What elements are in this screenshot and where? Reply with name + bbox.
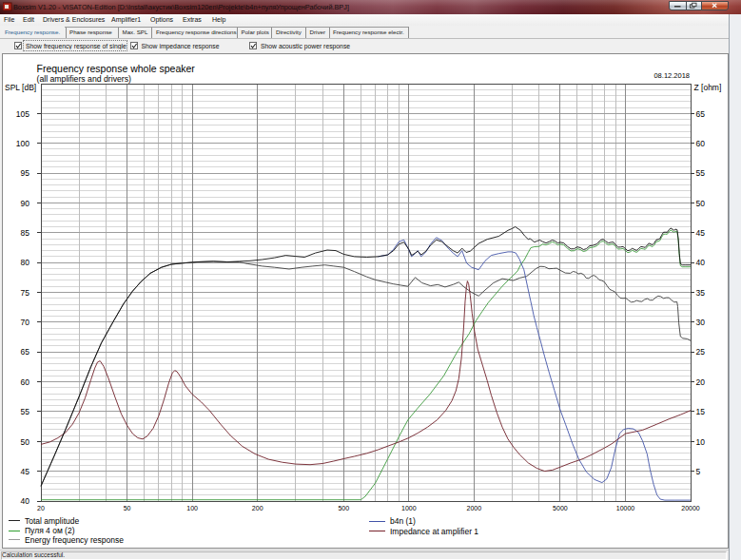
svg-text:20: 20: [696, 377, 706, 387]
svg-text:15: 15: [696, 407, 706, 416]
svg-text:95: 95: [21, 168, 30, 178]
svg-text:5: 5: [696, 467, 701, 476]
svg-text:Energy frequency response: Energy frequency response: [25, 535, 124, 545]
svg-text:45: 45: [21, 467, 30, 476]
svg-text:20: 20: [37, 505, 45, 512]
svg-text:80: 80: [21, 258, 30, 267]
svg-text:10: 10: [696, 437, 706, 447]
svg-text:65: 65: [696, 109, 706, 119]
svg-text:30: 30: [696, 318, 706, 327]
svg-text:105: 105: [16, 109, 29, 119]
svg-text:50: 50: [124, 505, 131, 512]
svg-text:40: 40: [696, 258, 706, 267]
svg-text:(all amplifiers and drivers): (all amplifiers and drivers): [37, 74, 132, 84]
svg-text:200: 200: [252, 505, 263, 512]
svg-text:35: 35: [696, 288, 706, 298]
svg-text:b4n (1): b4n (1): [390, 516, 416, 526]
svg-text:500: 500: [338, 505, 349, 512]
svg-text:20000: 20000: [681, 505, 700, 512]
svg-text:55: 55: [21, 407, 30, 416]
svg-text:70: 70: [21, 318, 30, 327]
svg-text:90: 90: [21, 199, 30, 208]
svg-text:60: 60: [696, 139, 706, 148]
svg-text:55: 55: [696, 168, 706, 178]
svg-text:25: 25: [696, 347, 706, 357]
svg-text:100: 100: [16, 139, 29, 148]
svg-text:5000: 5000: [553, 505, 568, 512]
svg-text:50: 50: [21, 437, 30, 447]
svg-text:2000: 2000: [467, 505, 482, 512]
svg-text:Impedance at amplifier 1: Impedance at amplifier 1: [390, 527, 478, 536]
svg-text:65: 65: [21, 347, 30, 357]
svg-text:40: 40: [21, 496, 30, 506]
svg-text:50: 50: [696, 199, 706, 208]
svg-text:Frequency response whole speak: Frequency response whole speaker: [37, 63, 196, 74]
svg-text:10000: 10000: [616, 505, 635, 512]
svg-text:45: 45: [696, 228, 706, 238]
svg-text:Total amplitude: Total amplitude: [25, 516, 79, 526]
svg-text:100: 100: [186, 505, 198, 512]
svg-text:SPL [dB]: SPL [dB]: [5, 83, 36, 92]
svg-text:08.12.2018: 08.12.2018: [653, 71, 690, 80]
svg-text:Z [ohm]: Z [ohm]: [694, 83, 722, 92]
svg-text:1000: 1000: [401, 505, 417, 512]
svg-text:75: 75: [21, 288, 30, 298]
svg-text:60: 60: [21, 377, 30, 387]
svg-text:85: 85: [21, 228, 30, 238]
